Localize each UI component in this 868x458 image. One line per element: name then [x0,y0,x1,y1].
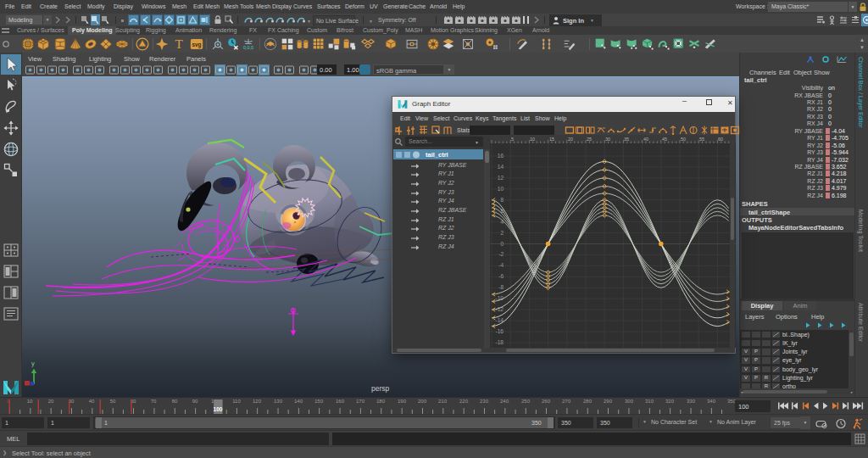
svg-text:-16: -16 [496,328,504,334]
svg-text:2: 2 [500,230,504,236]
svg-text:45: 45 [662,137,667,142]
svg-text:persp: persp [371,384,390,393]
svg-text:15: 15 [549,137,554,142]
svg-text:0: 0 [500,241,504,247]
svg-text:0,0,0: 0,0,0 [243,45,253,50]
svg-text:35: 35 [624,137,629,142]
svg-text:50: 50 [681,137,686,142]
svg-text:5: 5 [511,137,514,142]
svg-text:60: 60 [718,137,723,142]
svg-text:30: 30 [605,137,610,142]
svg-text:14: 14 [498,164,504,170]
svg-text:10: 10 [530,137,535,142]
svg-text:T: T [175,37,182,51]
svg-text:-2: -2 [498,251,504,257]
svg-text:-18: -18 [496,339,504,345]
svg-text:svg: svg [192,42,202,48]
svg-text:25: 25 [587,137,592,142]
svg-text:-8: -8 [498,284,504,290]
svg-text:-6: -6 [498,273,504,279]
svg-text:40: 40 [643,137,648,142]
svg-text:-4: -4 [498,262,504,268]
svg-text:12: 12 [498,175,504,181]
svg-text:20: 20 [568,137,573,142]
svg-text:16: 16 [498,153,504,159]
svg-text:8: 8 [500,197,504,203]
svg-text:10: 10 [498,186,504,192]
svg-text:55: 55 [699,137,704,142]
svg-text:y: y [31,360,35,367]
